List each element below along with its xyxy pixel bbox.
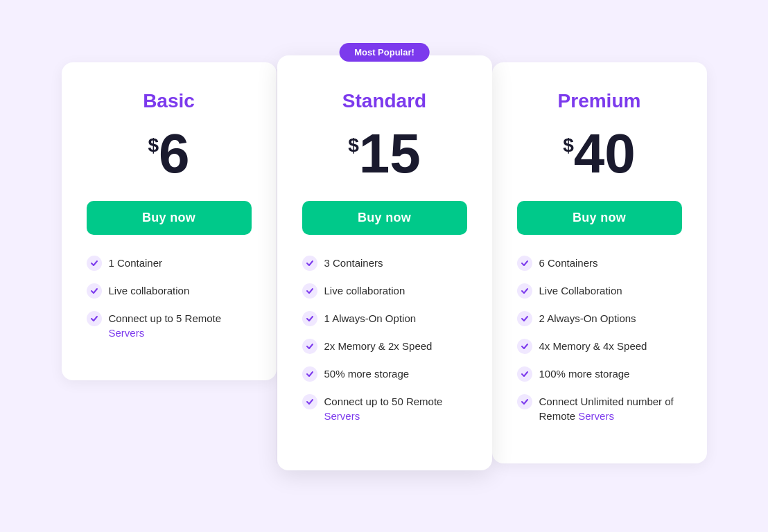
list-item: 1 Always-On Option (302, 311, 467, 326)
list-item: 4x Memory & 4x Speed (517, 339, 682, 354)
feature-text: 6 Containers (539, 256, 598, 270)
check-icon (517, 311, 532, 326)
list-item: 2x Memory & 2x Speed (302, 339, 467, 354)
price-currency-basic: $ (148, 134, 159, 157)
feature-text: 3 Containers (324, 256, 383, 270)
list-item: 2 Always-On Options (517, 311, 682, 326)
buy-button-basic[interactable]: Buy now (87, 201, 252, 235)
features-list-premium: 6 Containers Live Collaboration 2 Always… (517, 256, 682, 423)
feature-text: 1 Always-On Option (324, 311, 417, 326)
plan-name-premium: Premium (517, 90, 682, 112)
list-item: Live Collaboration (517, 283, 682, 299)
buy-button-premium[interactable]: Buy now (517, 201, 682, 235)
feature-text: Live collaboration (109, 283, 190, 298)
list-item: Connect up to 5 Remote Servers (87, 311, 252, 340)
check-icon (302, 366, 317, 382)
feature-text: 1 Container (109, 256, 163, 270)
price-currency-premium: $ (563, 134, 574, 157)
list-item: 50% more storage (302, 366, 467, 382)
price-wrapper-standard: $15 (302, 126, 467, 181)
price-amount-standard: 15 (359, 126, 421, 181)
most-popular-badge: Most Popular! (339, 43, 430, 62)
list-item: 6 Containers (517, 256, 682, 271)
pricing-card-standard: Most Popular!Standard$15Buy now 3 Contai… (277, 55, 492, 470)
price-wrapper-premium: $40 (517, 126, 682, 181)
features-list-standard: 3 Containers Live collaboration 1 Always… (302, 256, 467, 423)
list-item: Live collaboration (302, 283, 467, 299)
check-icon (517, 283, 532, 299)
check-icon (302, 283, 317, 299)
check-icon (302, 339, 317, 354)
features-list-basic: 1 Container Live collaboration Connect u… (87, 256, 252, 340)
plan-name-basic: Basic (87, 90, 252, 112)
check-icon (302, 256, 317, 271)
list-item: Connect up to 50 Remote Servers (302, 394, 467, 423)
price-amount-premium: 40 (574, 126, 636, 181)
check-icon (87, 283, 102, 299)
feature-text: Live Collaboration (539, 283, 622, 298)
feature-text: 2 Always-On Options (539, 311, 636, 326)
buy-button-standard[interactable]: Buy now (302, 201, 467, 235)
check-icon (87, 256, 102, 271)
check-icon (517, 366, 532, 382)
price-wrapper-basic: $6 (87, 126, 252, 181)
feature-link-text[interactable]: Servers (109, 327, 145, 339)
price-currency-standard: $ (348, 134, 359, 157)
feature-link-text[interactable]: Servers (324, 410, 360, 422)
list-item: Connect Unlimited number of Remote Serve… (517, 394, 682, 423)
list-item: 1 Container (87, 256, 252, 271)
feature-text: Connect up to 50 Remote Servers (324, 394, 467, 423)
feature-link-text[interactable]: Servers (578, 410, 614, 422)
list-item: Live collaboration (87, 283, 252, 299)
check-icon (87, 311, 102, 326)
feature-text: Connect Unlimited number of Remote Serve… (539, 394, 682, 423)
feature-text: 50% more storage (324, 366, 410, 381)
list-item: 100% more storage (517, 366, 682, 382)
check-icon (517, 256, 532, 271)
feature-text: 2x Memory & 2x Speed (324, 339, 433, 353)
feature-text: Connect up to 5 Remote Servers (109, 311, 252, 340)
pricing-card-premium: Premium$40Buy now 6 Containers Live Coll… (492, 62, 707, 463)
check-icon (302, 311, 317, 326)
pricing-container: Basic$6Buy now 1 Container Live collabor… (0, 35, 768, 498)
feature-text: 100% more storage (539, 366, 630, 381)
feature-text: 4x Memory & 4x Speed (539, 339, 647, 353)
list-item: 3 Containers (302, 256, 467, 271)
check-icon (517, 339, 532, 354)
check-icon (302, 394, 317, 409)
pricing-card-basic: Basic$6Buy now 1 Container Live collabor… (62, 62, 277, 380)
feature-text: Live collaboration (324, 283, 405, 298)
check-icon (517, 394, 532, 409)
price-amount-basic: 6 (159, 126, 190, 181)
plan-name-standard: Standard (302, 90, 467, 112)
